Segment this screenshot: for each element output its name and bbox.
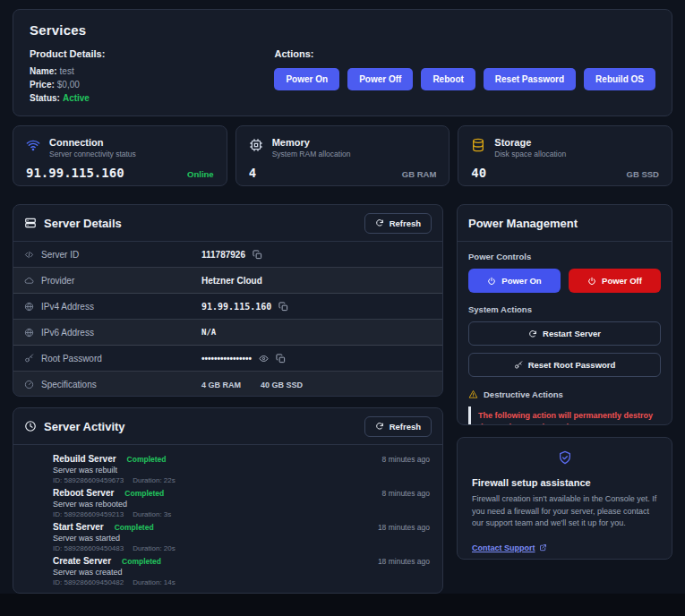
connection-card: Connection Server connectivity status 91… — [13, 125, 227, 186]
power-controls-label: Power Controls — [468, 252, 661, 261]
server-id-row: Server ID 111787926 — [13, 242, 442, 268]
show-password-button[interactable] — [259, 354, 269, 364]
product-details-label: Product Details: — [30, 48, 274, 59]
root-password-row: Root Password •••••••••••••••• — [13, 346, 442, 372]
gauge-icon — [24, 380, 34, 389]
activity-entry: Start Server Completed 18 minutes ago Se… — [53, 522, 430, 552]
rebuild-os-action-button[interactable]: Rebuild OS — [584, 68, 655, 90]
product-name-field: Name:test — [30, 66, 274, 76]
ipv6-value: N/A — [201, 328, 216, 337]
copy-icon — [278, 302, 288, 312]
activity-entry: Rebuild Server Completed 8 minutes ago S… — [53, 454, 430, 484]
provider-value: Hetzner Cloud — [201, 276, 262, 286]
destructive-warning-text: The following action will permanently de… — [468, 406, 661, 425]
power-on-action-button[interactable]: Power On — [274, 68, 339, 90]
external-link-icon — [539, 543, 547, 552]
activity-entry: Reboot Server Completed 8 minutes ago Se… — [53, 488, 430, 518]
restart-server-button[interactable]: Restart Server — [468, 321, 661, 346]
product-status-field: Status:Active — [30, 93, 274, 103]
reset-root-password-button[interactable]: Reset Root Password — [468, 353, 661, 377]
storage-value: 40 — [471, 166, 486, 180]
product-price-field: Price:$0,00 — [30, 80, 274, 90]
key-icon — [514, 361, 523, 370]
warning-icon — [468, 389, 478, 399]
spec-ram-chip: 4 GB RAM — [201, 381, 241, 389]
power-icon — [487, 277, 496, 286]
power-management-card: Power Management Power Controls Power On… — [457, 204, 672, 425]
memory-value: 4 — [249, 166, 256, 180]
server-icon — [24, 217, 37, 229]
power-off-button[interactable]: Power Off — [569, 269, 661, 293]
server-details-card: Server Details Refresh Server ID 1117879… — [13, 204, 443, 397]
contact-support-link[interactable]: Contact Support — [472, 543, 547, 552]
firewall-body-text: Firewall creation isn't available in the… — [472, 493, 657, 530]
server-activity-title: Server Activity — [44, 420, 125, 433]
key-icon — [24, 354, 34, 364]
ipv4-value: 91.99.115.160 — [201, 302, 271, 312]
activity-list: Rebuild Server Completed 8 minutes ago S… — [13, 445, 442, 594]
refresh-icon — [375, 218, 384, 227]
reset-password-action-button[interactable]: Reset Password — [484, 68, 576, 90]
memory-card: Memory System RAM allocation 4 GB RAM — [235, 125, 450, 186]
eye-icon — [259, 354, 269, 364]
globe-icon — [24, 302, 34, 312]
server-activity-card: Server Activity Refresh Rebuild Server C… — [13, 407, 443, 594]
connection-ip-value: 91.99.115.160 — [26, 166, 124, 180]
services-card: Services Product Details: Name:test Pric… — [13, 9, 672, 116]
ipv4-row: IPv4 Address 91.99.115.160 — [13, 294, 442, 320]
reboot-action-button[interactable]: Reboot — [421, 68, 475, 90]
online-badge: Online — [187, 169, 214, 179]
status-badge: Active — [63, 93, 90, 103]
ipv6-row: IPv6 Address N/A — [13, 320, 442, 346]
database-icon — [471, 138, 485, 152]
status-badge: Completed — [115, 523, 154, 532]
globe-icon — [24, 328, 34, 338]
clock-icon — [24, 420, 37, 432]
copy-icon — [276, 354, 286, 364]
activity-refresh-button[interactable]: Refresh — [364, 416, 432, 437]
provider-row: Provider Hetzner Cloud — [13, 268, 442, 294]
cloud-icon — [24, 276, 34, 286]
details-refresh-button[interactable]: Refresh — [364, 213, 432, 234]
storage-card: Storage Disk space allocation 40 GB SSD — [458, 125, 672, 186]
services-title: Services — [30, 22, 655, 38]
activity-entry: Create Server Completed 18 minutes ago S… — [53, 556, 430, 586]
refresh-icon — [375, 422, 384, 431]
copy-ipv4-button[interactable] — [278, 302, 288, 312]
power-on-button[interactable]: Power On — [468, 269, 561, 293]
page-background: Services Product Details: Name:test Pric… — [0, 0, 685, 594]
copy-server-id-button[interactable] — [253, 250, 262, 260]
spec-ssd-chip: 40 GB SSD — [261, 381, 303, 389]
root-password-value: •••••••••••••••• — [201, 354, 252, 364]
power-management-title: Power Management — [468, 217, 578, 230]
power-icon — [587, 277, 596, 286]
destructive-actions-label: Destructive Actions — [468, 389, 661, 399]
actions-label: Actions: — [274, 48, 655, 59]
cpu-icon — [249, 138, 263, 152]
copy-password-button[interactable] — [276, 354, 286, 364]
server-details-title: Server Details — [44, 217, 122, 230]
firewall-card: Firewall setup assistance Firewall creat… — [457, 437, 672, 560]
status-badge: Completed — [127, 455, 167, 464]
power-off-action-button[interactable]: Power Off — [347, 68, 413, 90]
status-badge: Completed — [122, 557, 161, 566]
server-id-value: 111787926 — [201, 250, 245, 260]
status-badge: Completed — [124, 489, 164, 498]
shield-check-icon — [558, 450, 572, 465]
specifications-row: Specifications 4 GB RAM40 GB SSD — [13, 372, 442, 397]
code-icon — [24, 250, 34, 260]
copy-icon — [253, 250, 262, 260]
system-actions-label: System Actions — [468, 304, 661, 314]
refresh-icon — [528, 329, 537, 338]
firewall-title: Firewall setup assistance — [472, 477, 657, 488]
wifi-icon — [26, 138, 40, 152]
